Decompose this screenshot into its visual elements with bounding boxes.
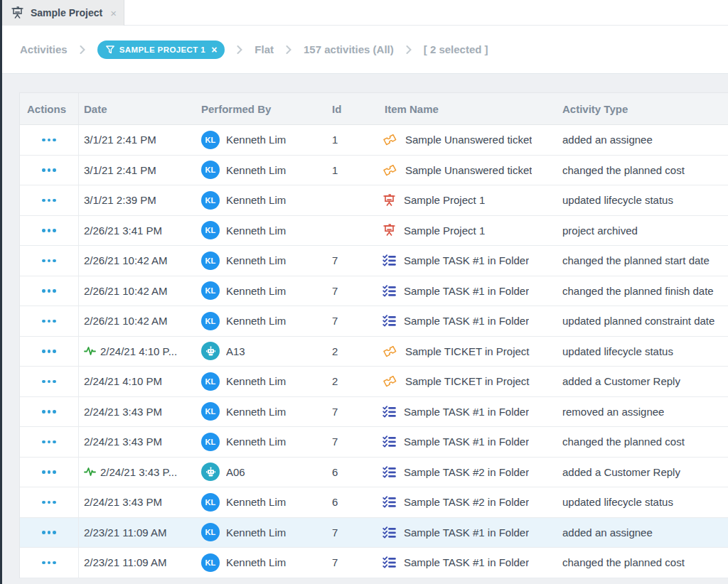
item-name-link[interactable]: Sample Unanswered ticket xyxy=(405,164,532,176)
row-actions-menu-button[interactable] xyxy=(39,466,59,478)
row-date: 2/26/21 10:42 AM xyxy=(84,254,168,266)
performer-avatar: KL xyxy=(201,221,220,239)
activity-type: changed the planned start date xyxy=(562,254,710,266)
row-actions-menu-button[interactable] xyxy=(39,285,59,297)
row-date: 2/24/21 3:43 PM xyxy=(84,496,162,508)
tab-close-icon[interactable]: × xyxy=(110,8,117,18)
item-name-link[interactable]: Sample TASK #1 in Folder xyxy=(404,285,529,297)
row-date: 3/1/21 2:41 PM xyxy=(84,164,156,176)
system-pulse-icon xyxy=(84,346,96,356)
tab-sample-project-1[interactable]: Sample Project 1 × xyxy=(2,0,124,26)
performer-avatar: KL xyxy=(201,252,220,270)
table-body: 3/1/21 2:41 PM KL Kenneth Lim 1 xyxy=(20,125,728,578)
row-actions-menu-button[interactable] xyxy=(39,406,59,418)
breadcrumb-activities[interactable]: Activities xyxy=(20,43,68,55)
performer-name: Kenneth Lim xyxy=(226,556,286,568)
table-row[interactable]: 2/24/21 3:43 PM KL Kenneth Lim 7 xyxy=(20,397,728,428)
item-name-link[interactable]: Sample Unanswered ticket xyxy=(405,134,532,146)
item-name-link[interactable]: Sample TASK #1 in Folder xyxy=(404,406,529,418)
table-row[interactable]: 2/23/21 11:09 AM KL Kenneth Lim 7 xyxy=(20,518,728,548)
ticket-icon xyxy=(382,132,397,147)
task-list-icon xyxy=(382,254,396,266)
activity-type: updated lifecycle status xyxy=(562,345,673,357)
row-id: 7 xyxy=(332,436,338,448)
filter-pill-close-icon[interactable]: × xyxy=(211,45,217,55)
table-row[interactable]: 2/23/21 11:09 AM KL Kenneth Lim 7 xyxy=(20,548,728,578)
table-row[interactable]: 2/24/21 3:43 P... A06 6 xyxy=(20,458,728,488)
row-id: 6 xyxy=(332,496,338,508)
breadcrumb-flat[interactable]: Flat xyxy=(255,43,274,55)
row-actions-menu-button[interactable] xyxy=(39,497,59,509)
app-left-edge xyxy=(0,0,2,584)
row-actions-menu-button[interactable] xyxy=(39,315,59,328)
filter-pill-sample-project-1[interactable]: SAMPLE PROJECT 1 × xyxy=(97,40,225,59)
performer-avatar: KL xyxy=(201,161,220,179)
table-row[interactable]: 2/26/21 10:42 AM KL Kenneth Lim 7 xyxy=(20,276,728,307)
performer-name: Kenneth Lim xyxy=(226,406,286,418)
table-row[interactable]: 3/1/21 2:41 PM KL Kenneth Lim 1 xyxy=(20,125,728,156)
filter-pill-label: SAMPLE PROJECT 1 xyxy=(119,45,205,54)
row-actions-menu-button[interactable] xyxy=(39,436,59,448)
item-name-link[interactable]: Sample Project 1 xyxy=(404,225,485,237)
item-name-link[interactable]: Sample TASK #2 in Folder xyxy=(404,466,529,478)
row-actions-menu-button[interactable] xyxy=(39,557,59,569)
avatar-initials: KL xyxy=(205,256,215,265)
item-name-link[interactable]: Sample TASK #1 in Folder xyxy=(404,436,529,448)
activity-type: project archived xyxy=(562,225,638,237)
task-list-icon xyxy=(382,496,396,508)
column-header-id[interactable]: Id xyxy=(311,103,378,115)
table-row[interactable]: 3/1/21 2:41 PM KL Kenneth Lim 1 xyxy=(20,156,728,186)
row-id: 7 xyxy=(332,556,338,568)
table-row[interactable]: 2/26/21 3:41 PM KL Kenneth Lim xyxy=(20,216,728,247)
row-actions-menu-button[interactable] xyxy=(39,526,59,539)
table-row[interactable]: 2/26/21 10:42 AM KL Kenneth Lim 7 xyxy=(20,306,728,337)
performer-avatar: KL xyxy=(201,553,220,572)
column-header-item-name[interactable]: Item Name xyxy=(378,103,562,115)
row-actions-menu-button[interactable] xyxy=(39,376,59,388)
row-actions-menu-button[interactable] xyxy=(39,225,59,237)
item-name-link[interactable]: Sample Project 1 xyxy=(404,194,485,206)
table-row[interactable]: 3/1/21 2:39 PM KL Kenneth Lim xyxy=(20,185,728,216)
item-name-link[interactable]: Sample TASK #1 in Folder xyxy=(404,315,529,327)
avatar-initials: KL xyxy=(205,166,215,174)
performer-name: Kenneth Lim xyxy=(226,164,286,176)
row-actions-menu-button[interactable] xyxy=(39,164,59,176)
filter-funnel-icon xyxy=(106,45,114,54)
task-list-icon xyxy=(382,526,396,539)
breadcrumb-activity-count[interactable]: 157 activities (All) xyxy=(304,43,394,55)
item-name-link[interactable]: Sample TASK #2 in Folder xyxy=(404,496,529,508)
avatar-initials: KL xyxy=(205,377,215,386)
item-name-link[interactable]: Sample TASK #1 in Folder xyxy=(404,526,529,539)
item-name-link[interactable]: Sample TASK #1 in Folder xyxy=(404,556,529,568)
activity-type: added a Customer Reply xyxy=(562,375,680,387)
table-row[interactable]: 2/24/21 4:10 PM KL Kenneth Lim 2 xyxy=(20,367,728,397)
column-header-actions[interactable]: Actions xyxy=(20,93,79,124)
table-row[interactable]: 2/26/21 10:42 AM KL Kenneth Lim 7 xyxy=(20,246,728,276)
row-date: 2/24/21 4:10 PM xyxy=(84,375,162,387)
row-date: 3/1/21 2:39 PM xyxy=(84,194,156,206)
item-name-link[interactable]: Sample TICKET in Project xyxy=(405,345,530,357)
row-actions-menu-button[interactable] xyxy=(39,345,59,357)
table-row[interactable]: 2/24/21 3:43 PM KL Kenneth Lim 7 xyxy=(20,427,728,458)
row-id: 7 xyxy=(332,254,338,266)
row-date: 2/24/21 3:43 PM xyxy=(84,406,162,418)
item-name-link[interactable]: Sample TASK #1 in Folder xyxy=(404,254,529,266)
column-header-date[interactable]: Date xyxy=(79,103,200,115)
chevron-right-icon xyxy=(406,45,412,54)
project-board-icon xyxy=(11,6,24,19)
row-actions-menu-button[interactable] xyxy=(39,255,59,267)
row-actions-menu-button[interactable] xyxy=(39,195,59,207)
row-id: 6 xyxy=(332,466,338,478)
item-name-link[interactable]: Sample TICKET in Project xyxy=(405,375,530,387)
column-header-performed-by[interactable]: Performed By xyxy=(200,103,311,115)
row-id: 2 xyxy=(332,375,338,387)
table-row[interactable]: 2/24/21 3:43 PM KL Kenneth Lim 6 xyxy=(20,487,728,518)
performer-avatar xyxy=(201,463,220,481)
performer-name: A13 xyxy=(226,345,245,357)
row-id: 1 xyxy=(332,164,338,176)
column-header-activity-type[interactable]: Activity Type xyxy=(562,103,728,115)
row-actions-menu-button[interactable] xyxy=(39,134,59,146)
avatar-initials: KL xyxy=(205,498,215,507)
row-date: 2/24/21 4:10 P... xyxy=(100,345,177,357)
table-row[interactable]: 2/24/21 4:10 P... A13 2 xyxy=(20,337,728,367)
